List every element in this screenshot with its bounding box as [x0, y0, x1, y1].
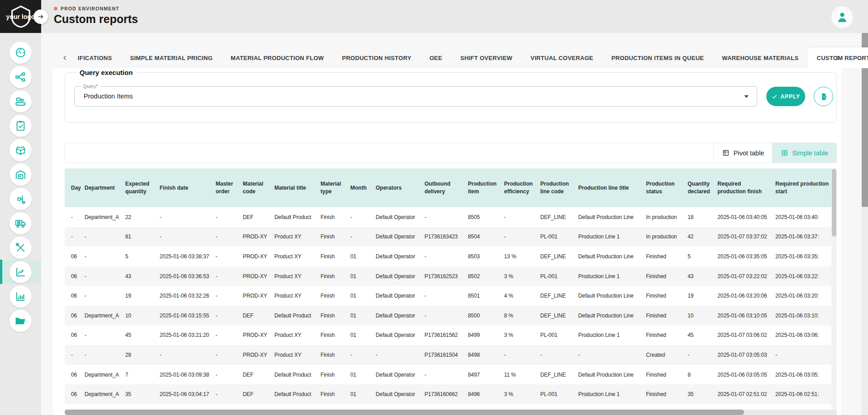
column-header-production-item: Production item: [468, 168, 504, 207]
apply-button[interactable]: APPLY: [766, 87, 805, 106]
table-row[interactable]: 06Department_A352025-01-06 03:04:17-DEFD…: [65, 384, 831, 404]
sidebar-item-delivery[interactable]: [0, 211, 41, 235]
table-cell: PROD-XY: [243, 266, 274, 286]
sidebar-item-tasks[interactable]: [0, 113, 41, 138]
tab-shift-overview[interactable]: SHIFT OVERVIEW: [451, 47, 521, 68]
network-icon: [14, 71, 27, 83]
sidebar-item-packages[interactable]: [0, 138, 41, 162]
table-cell: PROD-XY: [243, 247, 274, 266]
conveyor-icon: [14, 95, 27, 107]
environment-dot: [54, 7, 57, 10]
table-cell: 2025-01-07 03:37:02: [717, 227, 775, 247]
sidebar-item-flow[interactable]: [0, 65, 41, 89]
warehouse-icon: [14, 168, 27, 181]
sidebar-item-production[interactable]: [0, 89, 41, 113]
table-cell: Product XY: [274, 247, 321, 266]
table-cell: 06: [65, 326, 85, 345]
sidebar-item-statistics[interactable]: [0, 284, 41, 308]
chevron-left-icon: [61, 54, 69, 61]
tab-warehouse-materials[interactable]: WAREHOUSE MATERIALS: [713, 47, 807, 68]
simple-table-button[interactable]: Simple table: [772, 143, 836, 163]
user-avatar-button[interactable]: [831, 6, 854, 28]
table-cell: 45: [688, 326, 717, 345]
sidebar-item-reports[interactable]: [0, 260, 41, 284]
results-table-clip: DayDepartmentExpected quantityFinish dat…: [65, 168, 831, 410]
table-row[interactable]: 06-452025-01-06 03:21:20-PROD-XYProduct …: [65, 326, 831, 345]
table-horizontal-scrollbar[interactable]: [65, 410, 837, 415]
tab-production-history[interactable]: PRODUCTION HISTORY: [333, 47, 420, 68]
table-cell: Product XY: [274, 266, 321, 286]
tab-oee[interactable]: OEE: [420, 47, 451, 68]
clipboard-check-icon: [14, 120, 27, 132]
table-cell: 8496: [468, 384, 504, 404]
table-row[interactable]: --28--PROD-XYProduct XYFinish--P17361615…: [65, 345, 831, 365]
table-cell: Finish: [321, 345, 350, 365]
table-cell: 8501: [468, 286, 504, 306]
simple-table-icon: [781, 149, 788, 157]
query-execution-fieldset: Query execution Query* Production Items …: [65, 72, 837, 123]
table-cell: -: [65, 207, 85, 227]
table-row[interactable]: 06Department_A102025-01-06 03:15:55-DEFD…: [65, 306, 831, 326]
table-cell: 06: [65, 286, 85, 306]
table-cell: -: [85, 326, 125, 345]
sidebar-item-circle: [9, 42, 32, 64]
table-cell: Finish: [321, 266, 350, 286]
arrow-right-icon: [37, 13, 44, 20]
tab-material-production-flow[interactable]: MATERIAL PRODUCTION FLOW: [222, 47, 333, 68]
table-cell: Default Product: [274, 365, 321, 385]
table-cell: Production Line 1: [578, 266, 646, 286]
table-cell: PL-001: [540, 227, 578, 247]
table-cell: Product XY: [274, 326, 321, 345]
table-cell: 3 %: [504, 384, 540, 404]
table-cell: Default Operator: [376, 227, 425, 247]
export-button[interactable]: [814, 87, 833, 106]
column-header-required-production-start: Required production start: [775, 168, 831, 207]
bar-chart-icon: [14, 290, 27, 303]
table-cell: -: [65, 345, 85, 365]
table-row[interactable]: --81--PROD-XYProduct XYFinish-Default Op…: [65, 227, 831, 247]
table-cell: 42: [688, 227, 717, 247]
table-cell: -: [376, 345, 425, 365]
pivot-table-button[interactable]: Pivot table: [713, 143, 772, 163]
table-row[interactable]: 06-432025-01-06 03:36:53-PROD-XYProduct …: [65, 266, 831, 286]
tab-ifications[interactable]: IFICATIONS: [69, 47, 121, 68]
table-row[interactable]: 06Department_A72025-01-06 03:09:38-DEFDe…: [65, 365, 831, 385]
sidebar-item-warehouse[interactable]: [0, 162, 41, 187]
table-cell: 2025-01-06 03:35:05: [717, 247, 775, 266]
table-cell: 8504: [468, 227, 504, 247]
tab-production-items-in-queue[interactable]: PRODUCTION ITEMS IN QUEUE: [602, 47, 713, 68]
table-cell: Finish: [321, 247, 350, 266]
table-cell: 2025-01-06 03:05:05: [717, 365, 775, 385]
query-select[interactable]: Query* Production Items: [74, 86, 757, 107]
table-cell: 8 %: [504, 306, 540, 326]
table-cell: 19: [688, 286, 717, 306]
sidebar-item-maintenance[interactable]: [0, 235, 41, 260]
table-cell: 06: [65, 365, 85, 385]
sidebar-item-dashboard[interactable]: [0, 40, 41, 65]
table-row[interactable]: 06-192025-01-06 03:32:26-PROD-XYProduct …: [65, 286, 831, 306]
table-cell: DEF_LINE: [540, 247, 578, 266]
table-vertical-scrollbar[interactable]: [831, 168, 837, 410]
table-row[interactable]: -Department_A22--DEFDefault ProductFinis…: [65, 207, 831, 227]
table-cell: PROD-XY: [243, 227, 274, 247]
table-cell: Production Line 1: [578, 227, 646, 247]
sidebar-collapse-button[interactable]: [33, 9, 48, 24]
table-row[interactable]: 06-52025-01-06 03:38:37-PROD-XYProduct X…: [65, 247, 831, 266]
table-horizontal-scrollbar-thumb[interactable]: [65, 410, 744, 415]
page-scrollbar[interactable]: [862, 33, 868, 415]
table-cell: Default Production Line: [578, 286, 646, 306]
table-cell: Default Production Line: [578, 306, 646, 326]
tabs-scroll-left-button[interactable]: [61, 47, 69, 68]
tabs-scroll-right-button[interactable]: [832, 47, 843, 68]
sidebar-item-documents[interactable]: [0, 308, 41, 333]
table-cell: Finished: [646, 247, 688, 266]
table-cell: 8499: [468, 326, 504, 345]
table-vertical-scrollbar-thumb[interactable]: [832, 169, 836, 237]
tab-virtual-coverage[interactable]: VIRTUAL COVERAGE: [521, 47, 602, 68]
tab-simple-material-pricing[interactable]: SIMPLE MATERIAL PRICING: [121, 47, 222, 68]
table-cell: 2025-01-07 03:06:02: [717, 326, 775, 345]
table-cell: PL-001: [540, 266, 578, 286]
sidebar-item-forklift[interactable]: [0, 187, 41, 211]
table-cell: PROD-XY: [243, 326, 274, 345]
column-header-material-code: Material code: [243, 168, 274, 207]
